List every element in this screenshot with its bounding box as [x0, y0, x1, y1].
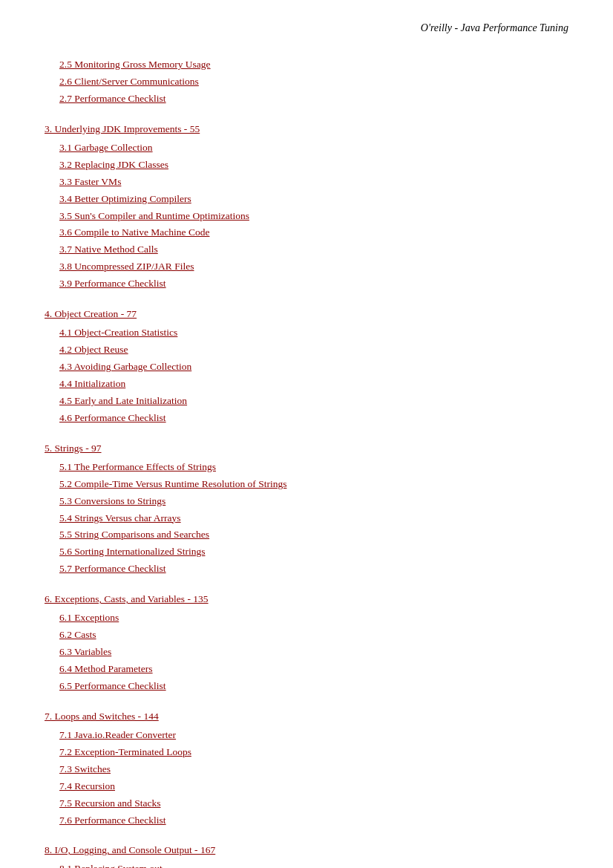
- toc-link-2-6[interactable]: 2.6 Client/Server Communications: [45, 74, 568, 91]
- toc-link-3-7[interactable]: 3.7 Native Method Calls: [45, 241, 568, 258]
- toc-link-3-8[interactable]: 3.8 Uncompressed ZIP/JAR Files: [45, 258, 568, 275]
- toc-top-section: 2.5 Monitoring Gross Memory Usage 2.6 Cl…: [45, 56, 568, 108]
- toc-section-6: 6. Exceptions, Casts, and Variables - 13…: [45, 591, 568, 695]
- toc-link-6-4[interactable]: 6.4 Method Parameters: [45, 661, 568, 678]
- toc-link-7-6[interactable]: 7.6 Performance Checklist: [45, 812, 568, 829]
- toc-link-3-3[interactable]: 3.3 Faster VMs: [45, 174, 568, 191]
- toc-link-7-1[interactable]: 7.1 Java.io.Reader Converter: [45, 727, 568, 744]
- toc-link-5-6[interactable]: 5.6 Sorting Internationalized Strings: [45, 544, 568, 561]
- toc-header-7[interactable]: 7. Loops and Switches - 144: [45, 708, 568, 725]
- toc-link-3-1[interactable]: 3.1 Garbage Collection: [45, 140, 568, 157]
- toc-section-3: 3. Underlying JDK Improvements - 55 3.1 …: [45, 121, 568, 293]
- toc-link-7-2[interactable]: 7.2 Exception-Terminated Loops: [45, 744, 568, 761]
- toc-link-4-4[interactable]: 4.4 Initialization: [45, 376, 568, 393]
- toc-header-4[interactable]: 4. Object Creation - 77: [45, 306, 568, 323]
- toc-link-4-1[interactable]: 4.1 Object-Creation Statistics: [45, 324, 568, 342]
- toc-link-5-5[interactable]: 5.5 String Comparisons and Searches: [45, 526, 568, 544]
- toc-section-8: 8. I/O, Logging, and Console Output - 16…: [45, 842, 568, 868]
- toc-link-2-5[interactable]: 2.5 Monitoring Gross Memory Usage: [45, 56, 568, 74]
- toc-link-3-2[interactable]: 3.2 Replacing JDK Classes: [45, 157, 568, 174]
- toc-link-5-3[interactable]: 5.3 Conversions to Strings: [45, 493, 568, 510]
- toc-header-6[interactable]: 6. Exceptions, Casts, and Variables - 13…: [45, 591, 568, 608]
- toc-header-8[interactable]: 8. I/O, Logging, and Console Output - 16…: [45, 842, 568, 859]
- toc-section-5: 5. Strings - 97 5.1 The Performance Effe…: [45, 440, 568, 578]
- toc-link-3-6[interactable]: 3.6 Compile to Native Machine Code: [45, 224, 568, 241]
- toc-link-2-7[interactable]: 2.7 Performance Checklist: [45, 91, 568, 108]
- toc-link-4-2[interactable]: 4.2 Object Reuse: [45, 342, 568, 359]
- toc-link-8-1[interactable]: 8.1 Replacing System.out: [45, 861, 568, 868]
- toc-link-7-4[interactable]: 7.4 Recursion: [45, 778, 568, 795]
- toc-link-4-3[interactable]: 4.3 Avoiding Garbage Collection: [45, 359, 568, 376]
- toc-link-6-2[interactable]: 6.2 Casts: [45, 627, 568, 644]
- toc-link-5-4[interactable]: 5.4 Strings Versus char Arrays: [45, 510, 568, 527]
- toc-link-3-9[interactable]: 3.9 Performance Checklist: [45, 275, 568, 293]
- toc-link-5-1[interactable]: 5.1 The Performance Effects of Strings: [45, 459, 568, 476]
- toc-link-6-1[interactable]: 6.1 Exceptions: [45, 610, 568, 627]
- toc-link-7-3[interactable]: 7.3 Switches: [45, 761, 568, 778]
- toc-link-5-2[interactable]: 5.2 Compile-Time Versus Runtime Resoluti…: [45, 476, 568, 493]
- toc-link-3-4[interactable]: 3.4 Better Optimizing Compilers: [45, 191, 568, 208]
- toc-link-6-3[interactable]: 6.3 Variables: [45, 644, 568, 661]
- toc-link-5-7[interactable]: 5.7 Performance Checklist: [45, 561, 568, 578]
- toc-header-3[interactable]: 3. Underlying JDK Improvements - 55: [45, 121, 568, 138]
- toc-header-5[interactable]: 5. Strings - 97: [45, 440, 568, 457]
- toc-link-7-5[interactable]: 7.5 Recursion and Stacks: [45, 795, 568, 812]
- toc-section-4: 4. Object Creation - 77 4.1 Object-Creat…: [45, 306, 568, 427]
- book-title: O'reilly - Java Performance Tuning: [45, 15, 568, 34]
- page-header: O'reilly - Java Performance Tuning: [45, 15, 568, 34]
- toc-link-4-5[interactable]: 4.5 Early and Late Initialization: [45, 393, 568, 410]
- toc-container: 2.5 Monitoring Gross Memory Usage 2.6 Cl…: [45, 56, 568, 868]
- toc-link-6-5[interactable]: 6.5 Performance Checklist: [45, 678, 568, 695]
- toc-section-7: 7. Loops and Switches - 144 7.1 Java.io.…: [45, 708, 568, 829]
- toc-link-4-6[interactable]: 4.6 Performance Checklist: [45, 410, 568, 427]
- toc-link-3-5[interactable]: 3.5 Sun's Compiler and Runtime Optimizat…: [45, 208, 568, 225]
